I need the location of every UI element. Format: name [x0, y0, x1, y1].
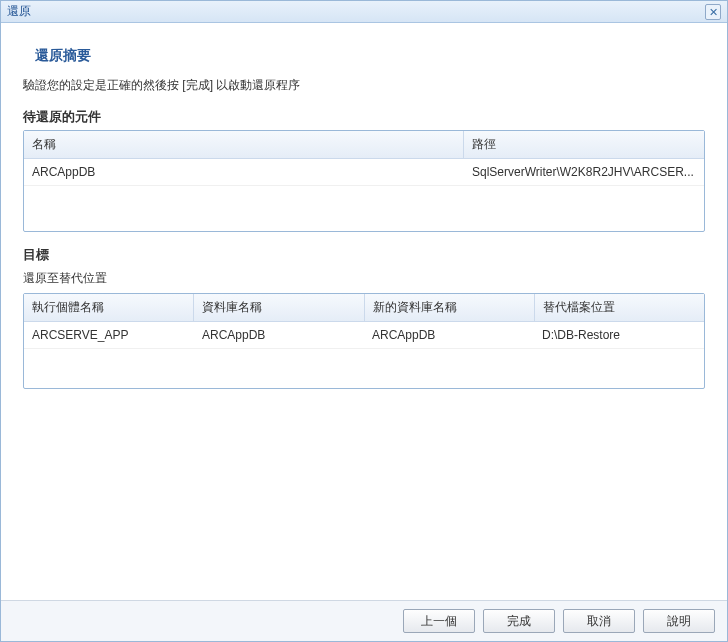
table-row[interactable]: ARCSERVE_APP ARCAppDB ARCAppDB D:\DB-Res…: [24, 322, 704, 349]
destination-heading: 目標: [23, 246, 705, 264]
col-dbname[interactable]: 資料庫名稱: [194, 294, 364, 321]
components-heading: 待還原的元件: [23, 108, 705, 126]
window-title: 還原: [7, 3, 705, 20]
destination-table-header: 執行個體名稱 資料庫名稱 新的資料庫名稱 替代檔案位置: [24, 294, 704, 322]
cell-altpath: D:\DB-Restore: [534, 322, 704, 348]
components-table-body: ARCAppDB SqlServerWriter\W2K8R2JHV\ARCSE…: [24, 159, 704, 231]
destination-table: 執行個體名稱 資料庫名稱 新的資料庫名稱 替代檔案位置 ARCSERVE_APP…: [23, 293, 705, 389]
restore-wizard-window: 還原 ✕ 還原摘要 驗證您的設定是正確的然後按 [完成] 以啟動還原程序 待還原…: [0, 0, 728, 642]
finish-button[interactable]: 完成: [483, 609, 555, 633]
components-table-header: 名稱 路徑: [24, 131, 704, 159]
summary-description: 驗證您的設定是正確的然後按 [完成] 以啟動還原程序: [23, 77, 705, 94]
cancel-button[interactable]: 取消: [563, 609, 635, 633]
cell-newdbname: ARCAppDB: [364, 322, 534, 348]
components-table: 名稱 路徑 ARCAppDB SqlServerWriter\W2K8R2JHV…: [23, 130, 705, 232]
col-newdbname[interactable]: 新的資料庫名稱: [365, 294, 535, 321]
cell-path: SqlServerWriter\W2K8R2JHV\ARCSER...: [464, 159, 704, 185]
back-button[interactable]: 上一個: [403, 609, 475, 633]
button-bar: 上一個 完成 取消 說明: [1, 600, 727, 641]
col-name[interactable]: 名稱: [24, 131, 464, 158]
close-icon[interactable]: ✕: [705, 4, 721, 20]
titlebar: 還原 ✕: [1, 1, 727, 23]
col-instance[interactable]: 執行個體名稱: [24, 294, 194, 321]
cell-name: ARCAppDB: [24, 159, 464, 185]
destination-table-body: ARCSERVE_APP ARCAppDB ARCAppDB D:\DB-Res…: [24, 322, 704, 388]
help-button[interactable]: 說明: [643, 609, 715, 633]
cell-instance: ARCSERVE_APP: [24, 322, 194, 348]
cell-dbname: ARCAppDB: [194, 322, 364, 348]
content-area: 還原摘要 驗證您的設定是正確的然後按 [完成] 以啟動還原程序 待還原的元件 名…: [1, 23, 727, 600]
col-altpath[interactable]: 替代檔案位置: [535, 294, 704, 321]
destination-subtext: 還原至替代位置: [23, 270, 705, 287]
col-path[interactable]: 路徑: [464, 131, 704, 158]
summary-heading: 還原摘要: [35, 47, 705, 65]
table-row[interactable]: ARCAppDB SqlServerWriter\W2K8R2JHV\ARCSE…: [24, 159, 704, 186]
